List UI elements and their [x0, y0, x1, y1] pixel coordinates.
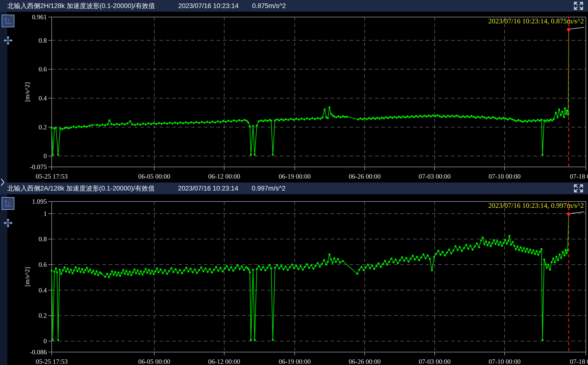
x-tick-label: 06-05 00:00: [138, 358, 170, 365]
data-point: [182, 122, 184, 124]
data-point: [272, 339, 274, 341]
data-point: [539, 251, 541, 253]
data-point: [535, 120, 537, 122]
data-point: [215, 266, 217, 268]
cursor-value: 0.875m/s^2: [252, 2, 286, 10]
x-tick-label: 07-10 00:00: [489, 358, 520, 365]
data-point: [194, 269, 196, 270]
y-tick-label: -0.086: [30, 348, 47, 356]
data-point: [304, 266, 306, 268]
data-point: [124, 123, 126, 125]
data-point: [260, 269, 262, 271]
data-point: [106, 273, 108, 275]
x-tick-label: 05-25 17:53: [36, 358, 68, 365]
data-point: [168, 270, 170, 272]
data-point: [246, 120, 248, 122]
data-point: [283, 268, 284, 270]
data-point: [107, 123, 109, 125]
data-point: [383, 117, 385, 119]
data-point: [51, 270, 53, 272]
data-point: [317, 117, 319, 119]
data-point: [555, 112, 557, 114]
side-panel-expander[interactable]: [0, 178, 5, 187]
data-point: [488, 116, 490, 118]
data-point: [94, 273, 96, 275]
data-point: [441, 116, 442, 118]
trend-chart-2a[interactable]: 05-25 17:5306-05 00:0006-12 00:0006-19 0…: [0, 194, 588, 365]
cursor-tool-button[interactable]: [2, 197, 14, 210]
data-point: [463, 247, 465, 249]
data-point: [177, 272, 179, 274]
data-point: [244, 119, 245, 121]
trend-panel-2a: 北输入西侧2A/128k 加速度波形(0.1-20000)/有效值 2023/0…: [0, 182, 588, 365]
plot-area[interactable]: [52, 202, 586, 352]
data-point: [524, 251, 526, 253]
data-point: [515, 120, 517, 122]
data-point: [73, 126, 75, 128]
data-point: [467, 248, 469, 250]
data-point: [185, 121, 187, 123]
x-tick-label: 07-03 00:00: [419, 358, 451, 365]
data-point: [475, 117, 477, 119]
data-point: [403, 260, 405, 262]
data-point: [86, 126, 88, 128]
data-point: [457, 249, 459, 251]
data-point: [100, 273, 102, 275]
expand-icon: [573, 184, 584, 193]
data-point: [226, 265, 228, 267]
data-point: [258, 120, 260, 122]
cursor-marker[interactable]: [567, 212, 570, 216]
data-point: [59, 269, 61, 271]
x-tick-label: 06-19 00:00: [279, 173, 311, 180]
y-axis-unit-label: [m/s^2]: [24, 82, 31, 102]
data-point: [206, 121, 208, 123]
data-point: [52, 154, 54, 155]
data-point: [372, 117, 374, 119]
data-point: [490, 117, 492, 119]
y-tick-label: 0.6: [39, 66, 47, 73]
pan-tool-button[interactable]: [2, 217, 14, 229]
data-point: [520, 246, 522, 248]
data-point: [437, 250, 439, 252]
data-point: [213, 269, 215, 271]
data-point: [97, 274, 99, 276]
cursor-marker[interactable]: [567, 28, 570, 31]
data-point: [507, 118, 509, 120]
data-point: [230, 266, 232, 268]
data-point: [428, 115, 430, 116]
data-point: [461, 250, 463, 252]
data-point: [328, 106, 330, 108]
trend-chart-2h[interactable]: 05-25 17:5306-05 00:0006-12 00:0006-19 0…: [0, 12, 588, 182]
data-point: [92, 270, 94, 272]
data-point: [473, 116, 475, 118]
data-point: [547, 264, 549, 266]
data-point: [222, 120, 224, 122]
expand-button[interactable]: [573, 184, 584, 193]
axes-cursor-icon: [4, 200, 12, 207]
data-point: [132, 271, 134, 273]
cursor-tool-button[interactable]: [2, 15, 14, 27]
data-point: [150, 123, 152, 125]
data-point: [502, 117, 504, 119]
data-point: [293, 119, 294, 121]
pan-tool-button[interactable]: [2, 34, 14, 47]
data-point: [118, 124, 120, 126]
data-point: [196, 272, 198, 274]
data-point: [422, 253, 424, 255]
plot-area[interactable]: [52, 17, 586, 167]
data-point: [219, 121, 221, 123]
data-point: [402, 115, 404, 117]
data-point: [252, 125, 254, 127]
data-point: [532, 119, 534, 121]
data-point: [300, 265, 302, 267]
data-point: [476, 242, 478, 244]
data-point: [554, 261, 556, 263]
expand-button[interactable]: [573, 1, 584, 11]
data-point: [319, 118, 321, 120]
data-point: [496, 240, 498, 242]
x-tick-label: 07-03 00:00: [419, 173, 451, 180]
data-point: [243, 269, 245, 271]
data-point: [400, 116, 402, 118]
data-point: [505, 118, 507, 120]
data-point: [249, 271, 251, 273]
